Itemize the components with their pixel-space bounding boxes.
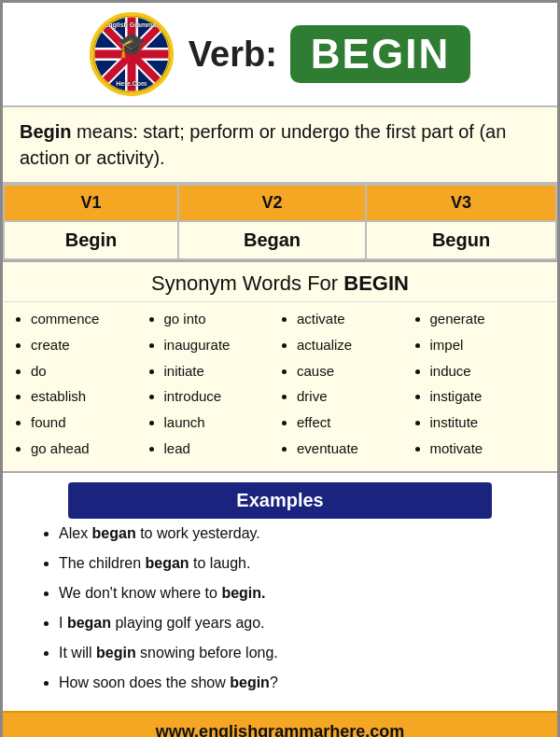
synonym-title-bold: BEGIN (343, 271, 409, 295)
list-item: commence (31, 306, 147, 332)
verb-forms-table: V1 V2 V3 Begin Began Begun (3, 184, 557, 260)
list-item: launch (164, 410, 281, 436)
list-item: institute (430, 410, 547, 436)
v3-value: Begun (366, 221, 556, 259)
synonym-col-1: commence create do establish found go ah… (14, 306, 147, 462)
list-item: found (31, 410, 147, 436)
ex2-bold: began (146, 555, 189, 571)
synonym-header: Synonym Words For BEGIN (3, 262, 557, 302)
definition-section: Begin means: start; perform or undergo t… (3, 105, 557, 184)
list-item: actualize (297, 332, 413, 358)
list-item: It will begin snowing before long. (59, 638, 520, 668)
list-item: inaugurate (164, 332, 281, 358)
list-item: instigate (430, 383, 547, 410)
v1-value: Begin (4, 221, 178, 259)
synonym-title-text: Synonym Words For (151, 271, 343, 295)
header-section: English Grammar Here.Com 🎓 Verb: BEGIN (3, 3, 557, 105)
logo-bottom-text: Here.Com (93, 80, 170, 87)
list-item: motivate (430, 436, 547, 462)
ex3-bold: begin. (221, 585, 265, 601)
synonym-col-2: go into inaugurate initiate introduce la… (147, 306, 281, 462)
ex5-rest: snowing before long. (136, 645, 278, 661)
v2-header: V2 (178, 185, 366, 221)
examples-section: Examples Alex began to work yesterday. T… (3, 471, 557, 711)
list-item: Alex began to work yesterday. (59, 519, 520, 549)
v1-header: V1 (4, 185, 178, 221)
list-item: create (31, 332, 147, 358)
verb-table-values-row: Begin Began Begun (4, 221, 556, 259)
list-item: do (31, 358, 147, 384)
list-item: establish (31, 383, 147, 410)
synonym-col-3: activate actualize cause drive effect ev… (280, 306, 413, 462)
v3-header: V3 (366, 185, 556, 221)
list-item: introduce (164, 383, 281, 410)
ex2-rest: to laugh. (189, 555, 251, 571)
list-item: impel (430, 332, 547, 358)
list-item: We don't know where to begin. (59, 578, 520, 608)
ex1-bold: began (92, 525, 136, 541)
verb-word-box: BEGIN (290, 25, 470, 83)
ex6-bold: begin (230, 674, 270, 690)
verb-word: BEGIN (311, 31, 450, 76)
list-item: drive (297, 383, 413, 410)
ex1-pre: Alex (59, 525, 92, 541)
ex4-rest: playing golf years ago. (111, 615, 265, 631)
definition-word: Begin (20, 121, 72, 142)
logo: English Grammar Here.Com 🎓 (90, 12, 174, 96)
definition-text: means: start; perform or undergo the fir… (20, 121, 506, 168)
list-item: The children began to laugh. (59, 549, 520, 578)
list-item: initiate (164, 358, 281, 384)
ex3-pre: We don't know where to (59, 585, 221, 601)
ex4-pre: I (59, 615, 67, 631)
ex5-pre: It will (59, 645, 96, 661)
list-item: activate (297, 306, 413, 332)
examples-header: Examples (68, 482, 492, 519)
footer-url: www.englishgrammarhere.com (156, 722, 404, 738)
list-item: How soon does the show begin? (59, 668, 520, 698)
list-item: eventuate (297, 436, 413, 462)
ex6-pre: How soon does the show (59, 674, 230, 690)
v2-value: Began (178, 221, 366, 259)
footer: www.englishgrammarhere.com (3, 711, 557, 738)
list-item: go into (164, 306, 281, 332)
logo-top-text: English Grammar (93, 21, 170, 28)
verb-label: Verb: (189, 35, 277, 75)
logo-hat-icon: 🎓 (93, 31, 170, 60)
list-item: cause (297, 358, 413, 384)
synonym-col-4: generate impel induce instigate institut… (413, 306, 547, 462)
list-item: generate (430, 306, 547, 332)
synonym-grid: commence create do establish found go ah… (3, 302, 557, 471)
list-item: induce (430, 358, 547, 384)
list-item: effect (297, 410, 413, 436)
examples-list: Alex began to work yesterday. The childr… (40, 519, 520, 698)
synonym-section: Synonym Words For BEGIN commence create … (3, 260, 557, 471)
list-item: I began playing golf years ago. (59, 608, 520, 638)
ex5-bold: begin (96, 645, 136, 661)
logo-inner: English Grammar Here.Com 🎓 (93, 16, 170, 92)
ex2-pre: The children (59, 555, 146, 571)
verb-table-header-row: V1 V2 V3 (4, 185, 556, 221)
ex1-rest: to work yesterday. (136, 525, 260, 541)
ex6-rest: ? (270, 674, 278, 690)
ex4-bold: began (67, 615, 111, 631)
list-item: go ahead (31, 436, 147, 462)
list-item: lead (164, 436, 281, 462)
verb-title-group: Verb: BEGIN (189, 25, 470, 83)
